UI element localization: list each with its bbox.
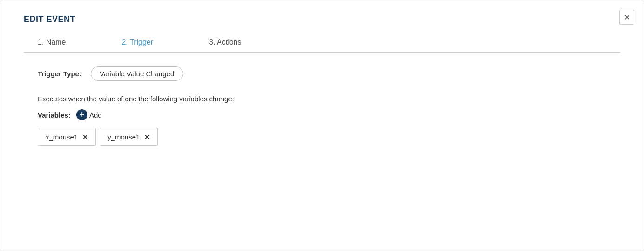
variable-tags-container: x_mouse1 ✕ y_mouse1 ✕ — [38, 128, 620, 146]
trigger-type-label: Trigger Type: — [38, 70, 81, 78]
variables-row: Variables: + Add — [38, 109, 620, 120]
description-text: Executes when the value of one the follo… — [38, 95, 620, 103]
section-divider — [24, 52, 620, 53]
variable-tag: x_mouse1 ✕ — [38, 128, 96, 146]
variable-tag: y_mouse1 ✕ — [100, 128, 158, 146]
plus-icon: + — [76, 109, 87, 120]
modal-title: EDIT EVENT — [24, 14, 620, 24]
add-label: Add — [89, 111, 102, 119]
edit-event-modal: EDIT EVENT ✕ 1. Name 2. Trigger 3. Actio… — [0, 0, 644, 251]
variable-name: y_mouse1 — [107, 133, 140, 141]
step-name[interactable]: 1. Name — [38, 38, 66, 52]
steps-navigation: 1. Name 2. Trigger 3. Actions — [24, 38, 620, 52]
trigger-type-row: Trigger Type: Variable Value Changed — [38, 66, 620, 81]
add-variable-button[interactable]: + Add — [76, 109, 102, 120]
trigger-form: Trigger Type: Variable Value Changed Exe… — [24, 66, 620, 146]
remove-variable-button[interactable]: ✕ — [144, 134, 150, 140]
variables-label: Variables: — [38, 111, 71, 119]
remove-variable-button[interactable]: ✕ — [82, 134, 88, 140]
step-actions[interactable]: 3. Actions — [209, 38, 241, 52]
step-trigger[interactable]: 2. Trigger — [121, 38, 153, 52]
variable-name: x_mouse1 — [46, 133, 78, 141]
trigger-type-select[interactable]: Variable Value Changed — [91, 66, 183, 81]
close-button[interactable]: ✕ — [619, 10, 634, 25]
